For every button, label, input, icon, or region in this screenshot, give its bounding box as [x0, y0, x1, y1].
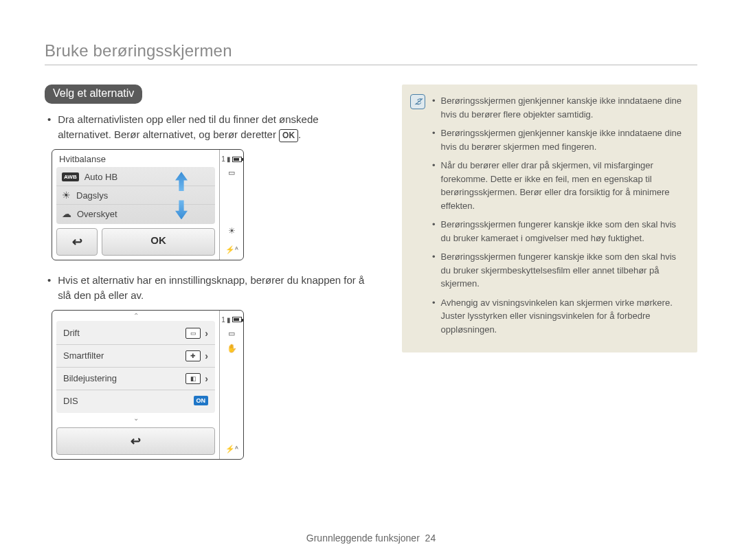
setting-label: DIS: [63, 396, 78, 406]
back-button[interactable]: ↩: [56, 427, 215, 455]
list-item[interactable]: Bildejustering ◧›: [56, 367, 215, 390]
on-toggle[interactable]: ON: [194, 396, 209, 405]
device-mock-settings: ⌃ Drift ▭› Smartfilter ✚› Bildejustering: [52, 310, 244, 460]
value-thumb: ▭: [186, 328, 201, 339]
page-footer: Grunnleggende funksjoner 24: [0, 533, 742, 544]
cloud-icon: ☁: [62, 208, 71, 219]
flash-icon: ⚡ᴬ: [225, 245, 238, 254]
size-icon: ▭: [228, 329, 235, 338]
arrow-up-icon: [175, 172, 188, 191]
setting-label: Bildejustering: [63, 373, 117, 383]
setting-label: Smartfilter: [63, 350, 104, 361]
chevron-right-icon: ›: [205, 350, 208, 361]
brightness-icon: ☀: [228, 226, 236, 236]
wb-item-label: Auto HB: [85, 172, 117, 182]
intro-paragraph: Dra alternativlisten opp eller ned til d…: [47, 112, 374, 142]
list-item[interactable]: DIS ON: [56, 390, 215, 412]
list-item[interactable]: ☀ Dagslys: [56, 186, 215, 204]
ok-button[interactable]: OK: [102, 228, 215, 256]
list-item[interactable]: Drift ▭›: [56, 322, 215, 344]
arrow-down-icon: [175, 200, 188, 219]
size-icon: ▭: [228, 168, 235, 177]
scroll-up-caret[interactable]: ⌃: [52, 311, 219, 321]
note-item: Berøringsskjermen fungerer kanskje ikke …: [432, 218, 685, 245]
note-item: Berøringsskjermen gjenkjenner kanskje ik…: [432, 126, 685, 153]
note-box: 𝓩 Berøringsskjermen gjenkjenner kanskje …: [402, 85, 697, 352]
section-heading: Velg et alternativ: [45, 85, 142, 104]
list-item[interactable]: Smartfilter ✚›: [56, 344, 215, 367]
footer-page-number: 24: [425, 533, 436, 544]
wb-list[interactable]: AWB Auto HB ☀ Dagslys ☁ Overskyet: [56, 167, 215, 224]
chevron-right-icon: ›: [205, 373, 208, 384]
back-button[interactable]: ↩: [56, 228, 98, 256]
card-battery-icon: 1 ▮: [221, 316, 242, 324]
footer-label: Grunnleggende funksjoner: [306, 533, 420, 544]
wb-title: Hvitbalanse: [59, 154, 106, 164]
scroll-arrows: [175, 167, 188, 224]
side-indicators: 1 ▮ ▭ ☀ ⚡ᴬ: [220, 150, 243, 260]
list-item[interactable]: ☁ Overskyet: [56, 204, 215, 223]
list-item[interactable]: AWB Auto HB: [56, 168, 215, 186]
value-thumb: ✚: [186, 350, 201, 361]
side-indicators: 1 ▮ ▭ ✋ ⚡ᴬ: [220, 311, 243, 459]
flash-icon: ⚡ᴬ: [225, 445, 238, 453]
chevron-right-icon: ›: [205, 328, 208, 339]
card-battery-icon: 1 ▮: [221, 155, 242, 163]
setting-label: Drift: [63, 328, 80, 338]
scroll-down-caret[interactable]: ⌄: [52, 413, 219, 423]
wb-item-label: Dagslys: [76, 190, 108, 201]
device-mock-whitebalance: Hvitbalanse AWB Auto HB ☀ Dagslys ☁: [52, 149, 244, 260]
toggle-paragraph: Hvis et alternativ har en innstillingskn…: [47, 273, 374, 303]
value-thumb: ◧: [186, 373, 201, 384]
page-title: Bruke berøringsskjermen: [45, 41, 697, 65]
note-item: Når du berører eller drar på skjermen, v…: [432, 159, 685, 212]
settings-list[interactable]: Drift ▭› Smartfilter ✚› Bildejustering ◧…: [56, 321, 215, 413]
wb-item-label: Overskyet: [77, 209, 117, 219]
awb-icon: AWB: [62, 172, 79, 181]
hand-icon: ✋: [227, 344, 237, 353]
note-item: Berøringsskjermen fungerer kanskje ikke …: [432, 250, 685, 291]
note-item: Avhengig av visningsvinkelen kan skjerme…: [432, 296, 685, 337]
note-item: Berøringsskjermen gjenkjenner kanskje ik…: [432, 94, 685, 121]
ok-inline-icon: OK: [279, 129, 298, 142]
note-info-icon: 𝓩: [410, 94, 425, 109]
sun-icon: ☀: [62, 190, 71, 201]
intro-period: .: [298, 128, 301, 140]
